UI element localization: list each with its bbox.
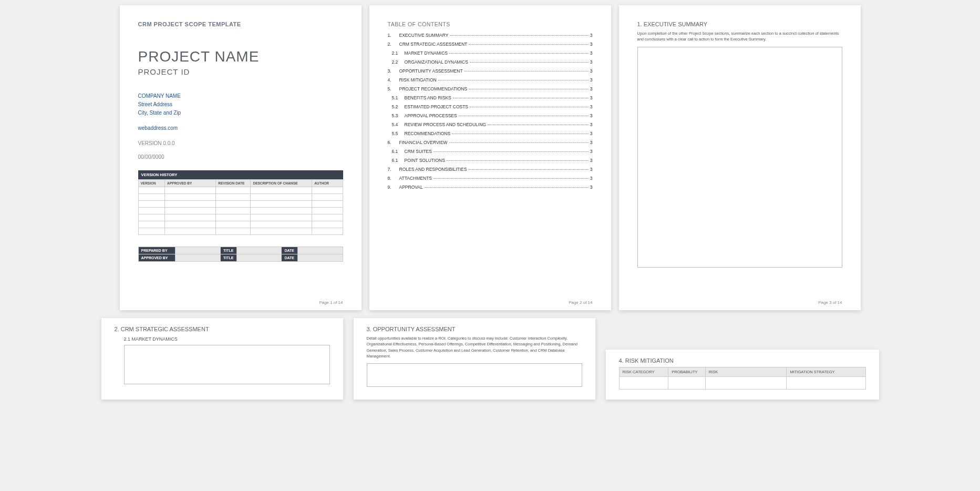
market-dynamics-box xyxy=(124,345,330,384)
approved-by-label: APPROVED BY xyxy=(138,254,176,262)
col-probability: PROBABILITY xyxy=(668,367,705,377)
toc-item: 5.2ESTIMATED PROJECT COSTS3 xyxy=(388,104,593,109)
toc-item: 2.1MARKET DYNAMICS3 xyxy=(388,50,593,56)
exec-summary-box xyxy=(637,47,842,268)
toc-item: 7.ROLES AND RESPONSIBILITIES3 xyxy=(388,167,593,172)
toc-item: 2.CRM STRATEGIC ASSESSMENT3 xyxy=(388,42,593,47)
template-title: CRM PROJECT SCOPE TEMPLATE xyxy=(138,21,343,27)
title-value-1 xyxy=(236,247,282,254)
toc-item: 2.2ORGANIZATIONAL DYNAMICS3 xyxy=(388,59,593,65)
risk-mitigation-title: 4. RISK MITIGATION xyxy=(619,357,866,364)
opportunity-desc: Detail opportunities available to realiz… xyxy=(367,335,582,359)
opportunity-title: 3. OPPORTUNITY ASSESSMENT xyxy=(367,326,582,332)
title-label-2: TITLE xyxy=(220,254,236,262)
company-name: COMPANY NAME xyxy=(138,92,343,100)
opportunity-box xyxy=(367,363,582,387)
page-3-executive-summary: 1. EXECUTIVE SUMMARY Upon completion of … xyxy=(619,5,861,310)
project-name: PROJECT NAME xyxy=(138,48,343,65)
date-value-1 xyxy=(297,247,343,254)
exec-summary-desc: Upon completion of the other Project Sco… xyxy=(637,30,842,43)
col-author: AUTHOR xyxy=(312,180,343,187)
date-label-2: DATE xyxy=(282,254,297,262)
project-id: PROJECT ID xyxy=(138,67,343,76)
toc-item: 5.1BENEFITS AND RISKS3 xyxy=(388,95,593,100)
version-history-table: VERSION APPROVED BY REVISION DATE DESCRI… xyxy=(138,179,343,235)
toc-title: TABLE OF CONTENTS xyxy=(388,21,593,27)
signature-table: PREPARED BY TITLE DATE APPROVED BY TITLE… xyxy=(138,247,343,262)
col-risk-category: RISK CATEGORY xyxy=(619,367,668,377)
toc-item: 5.5RECOMMENDATIONS3 xyxy=(388,131,593,136)
col-revision-date: REVISION DATE xyxy=(216,180,251,187)
page-footer-3: Page 3 of 14 xyxy=(818,300,842,305)
toc-item: 5.4REVIEW PROCESS AND SCHEDULING3 xyxy=(388,122,593,127)
toc-list: 1.EXECUTIVE SUMMARY32.CRM STRATEGIC ASSE… xyxy=(388,33,593,190)
toc-item: 3.OPPORTUNITY ASSESSMENT3 xyxy=(388,68,593,74)
date-label-1: DATE xyxy=(282,247,297,254)
toc-item: 6.FINANCIAL OVERVIEW3 xyxy=(388,140,593,145)
version-line: VERSION 0.0.0 xyxy=(138,140,343,146)
page-2-toc: TABLE OF CONTENTS 1.EXECUTIVE SUMMARY32.… xyxy=(369,5,611,310)
col-approved-by: APPROVED BY xyxy=(165,180,216,187)
col-version: VERSION xyxy=(138,180,165,187)
exec-summary-title: 1. EXECUTIVE SUMMARY xyxy=(637,21,842,27)
toc-item: 4.RISK MITIGATION3 xyxy=(388,77,593,83)
page-5-opportunity-assessment: 3. OPPORTUNITY ASSESSMENT Detail opportu… xyxy=(354,318,595,400)
date-value-2 xyxy=(297,254,343,262)
page-footer-2: Page 2 of 14 xyxy=(569,300,592,305)
page-6-risk-mitigation: 4. RISK MITIGATION RISK CATEGORY PROBABI… xyxy=(606,350,879,400)
date-line: 00/00/0000 xyxy=(138,154,343,160)
prepared-by-label: PREPARED BY xyxy=(138,247,176,254)
web-address: webaddress.com xyxy=(138,125,343,131)
toc-item: 8.ATTACHMENTS3 xyxy=(388,176,593,181)
page-4-strategic-assessment: 2. CRM STRATEGIC ASSESSMENT 2.1 MARKET D… xyxy=(101,318,343,400)
city-state-zip: City, State and Zip xyxy=(138,109,343,117)
company-block: COMPANY NAME Street Address City, State … xyxy=(138,92,343,117)
col-risk: RISK xyxy=(705,367,787,377)
toc-item: 1.EXECUTIVE SUMMARY3 xyxy=(388,33,593,38)
page-footer-1: Page 1 of 14 xyxy=(319,300,343,305)
toc-item: 5.PROJECT RECOMMENDATIONS3 xyxy=(388,86,593,91)
toc-item: 9.APPROVAL3 xyxy=(388,185,593,190)
street-address: Street Address xyxy=(138,100,343,109)
toc-item: 6.1CRM SUITES3 xyxy=(388,149,593,154)
toc-item: 5.3APPROVAL PROCESSES3 xyxy=(388,113,593,118)
title-value-2 xyxy=(236,254,282,262)
toc-item: 6.1POINT SOLUTIONS3 xyxy=(388,158,593,163)
market-dynamics-subtitle: 2.1 MARKET DYNAMICS xyxy=(124,336,330,342)
risk-table: RISK CATEGORY PROBABILITY RISK MITIGATIO… xyxy=(619,367,866,390)
strategic-assessment-title: 2. CRM STRATEGIC ASSESSMENT xyxy=(115,326,330,332)
col-description: DESCRIPTION OF CHANGE xyxy=(251,180,312,187)
version-history-header: VERSION HISTORY xyxy=(138,170,343,179)
col-mitigation-strategy: MITIGATION STRATEGY xyxy=(787,367,865,377)
prepared-by-value xyxy=(176,247,221,254)
title-label-1: TITLE xyxy=(220,247,236,254)
approved-by-value xyxy=(176,254,221,262)
page-1-cover: CRM PROJECT SCOPE TEMPLATE PROJECT NAME … xyxy=(120,5,362,310)
